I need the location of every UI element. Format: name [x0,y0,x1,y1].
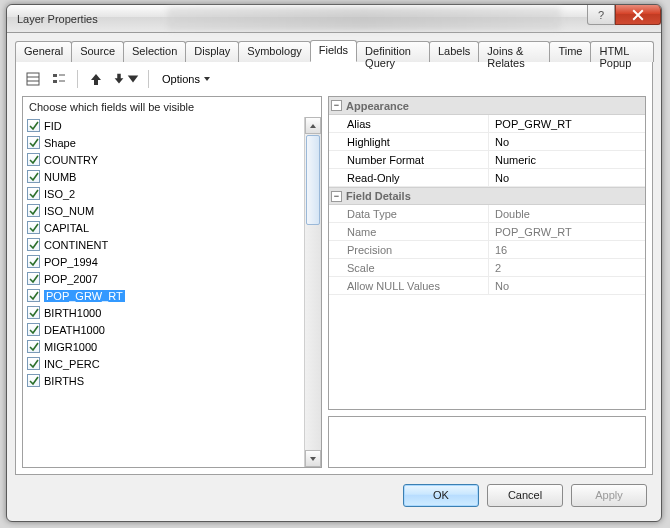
chevron-down-icon [309,455,317,463]
field-item[interactable]: BIRTH1000 [23,304,321,321]
tab-symbology[interactable]: Symbology [238,41,310,62]
prop-key: Read-Only [329,169,489,186]
tab-definition-query[interactable]: Definition Query [356,41,430,62]
cancel-button[interactable]: Cancel [487,484,563,507]
checkbox[interactable] [27,204,40,217]
prop-key: Data Type [329,205,489,222]
checkbox[interactable] [27,221,40,234]
propgrid-row[interactable]: AliasPOP_GRW_RT [329,115,645,133]
tab-selection[interactable]: Selection [123,41,186,62]
arrow-down-icon [112,71,126,87]
field-label: NUMB [44,171,76,183]
prop-value: 16 [489,241,645,258]
field-item[interactable]: POP_2007 [23,270,321,287]
field-item[interactable]: Shape [23,134,321,151]
prop-value[interactable]: POP_GRW_RT [489,115,645,132]
propgrid-row: Data TypeDouble [329,205,645,223]
checkbox[interactable] [27,289,40,302]
field-list-heading: Choose which fields will be visible [23,97,321,117]
tab-html-popup[interactable]: HTML Popup [590,41,654,62]
section-title: Field Details [346,190,411,202]
collapse-icon[interactable]: − [331,100,342,111]
field-label: POP_GRW_RT [44,290,125,302]
checkbox[interactable] [27,255,40,268]
property-column: −AppearanceAliasPOP_GRW_RTHighlightNoNum… [328,96,646,468]
field-item[interactable]: MIGR1000 [23,338,321,355]
options-dropdown[interactable]: Options [156,68,217,90]
toolbar-separator [77,70,78,88]
tab-labels[interactable]: Labels [429,41,479,62]
toolbar-separator [148,70,149,88]
tab-fields[interactable]: Fields [310,40,357,62]
propgrid-row: Scale2 [329,259,645,277]
scroll-up-button[interactable] [305,117,321,134]
collapse-icon[interactable]: − [331,191,342,202]
field-item[interactable]: ISO_NUM [23,202,321,219]
field-item[interactable]: COUNTRY [23,151,321,168]
checkbox[interactable] [27,238,40,251]
checkbox[interactable] [27,340,40,353]
field-list-body: FIDShapeCOUNTRYNUMBISO_2ISO_NUMCAPITALCO… [23,117,321,467]
field-label: CONTINENT [44,239,108,251]
tab-joins-relates[interactable]: Joins & Relates [478,41,550,62]
propgrid-row[interactable]: Read-OnlyNo [329,169,645,187]
tab-display[interactable]: Display [185,41,239,62]
field-item[interactable]: CONTINENT [23,236,321,253]
field-item[interactable]: NUMB [23,168,321,185]
propgrid-section-head[interactable]: −Appearance [329,97,645,115]
options-label: Options [162,73,200,85]
tab-time[interactable]: Time [549,41,591,62]
client-area: GeneralSourceSelectionDisplaySymbologyFi… [7,33,661,521]
property-grid[interactable]: −AppearanceAliasPOP_GRW_RTHighlightNoNum… [328,96,646,410]
checkbox[interactable] [27,119,40,132]
field-item[interactable]: ISO_2 [23,185,321,202]
titlebar-blur [167,7,561,30]
titlebar[interactable]: Layer Properties ? [7,5,661,33]
close-button[interactable] [615,5,661,25]
detail-view-button[interactable] [48,68,70,90]
tab-general[interactable]: General [15,41,72,62]
field-item[interactable]: INC_PERC [23,355,321,372]
field-label: MIGR1000 [44,341,97,353]
field-label: ISO_NUM [44,205,94,217]
checkbox[interactable] [27,153,40,166]
field-item[interactable]: BIRTHS [23,372,321,389]
prop-key: Precision [329,241,489,258]
field-list[interactable]: FIDShapeCOUNTRYNUMBISO_2ISO_NUMCAPITALCO… [23,117,321,389]
prop-value[interactable]: Numeric [489,151,645,168]
propgrid-row: Allow NULL ValuesNo [329,277,645,295]
svg-rect-3 [53,74,57,77]
propgrid-row[interactable]: Number FormatNumeric [329,151,645,169]
checkbox[interactable] [27,272,40,285]
checkbox[interactable] [27,323,40,336]
tab-source[interactable]: Source [71,41,124,62]
propgrid-section-head[interactable]: −Field Details [329,187,645,205]
window-buttons: ? [587,5,661,25]
list-view-button[interactable] [22,68,44,90]
checkbox[interactable] [27,136,40,149]
apply-button[interactable]: Apply [571,484,647,507]
scrollbar[interactable] [304,117,321,467]
scroll-thumb[interactable] [306,135,320,225]
prop-value[interactable]: No [489,169,645,186]
move-up-button[interactable] [85,68,107,90]
checkbox[interactable] [27,170,40,183]
checkbox[interactable] [27,306,40,319]
propgrid-row[interactable]: HighlightNo [329,133,645,151]
field-item[interactable]: CAPITAL [23,219,321,236]
field-item[interactable]: DEATH1000 [23,321,321,338]
field-item[interactable]: POP_GRW_RT [23,287,321,304]
description-box [328,416,646,468]
help-button[interactable]: ? [587,5,615,25]
checkbox[interactable] [27,374,40,387]
checkbox[interactable] [27,187,40,200]
prop-key: Alias [329,115,489,132]
scroll-down-button[interactable] [305,450,321,467]
field-item[interactable]: FID [23,117,321,134]
field-item[interactable]: POP_1994 [23,253,321,270]
checkbox[interactable] [27,357,40,370]
prop-value[interactable]: No [489,133,645,150]
ok-button[interactable]: OK [403,484,479,507]
move-down-button[interactable] [111,68,141,90]
propgrid-row: Precision16 [329,241,645,259]
